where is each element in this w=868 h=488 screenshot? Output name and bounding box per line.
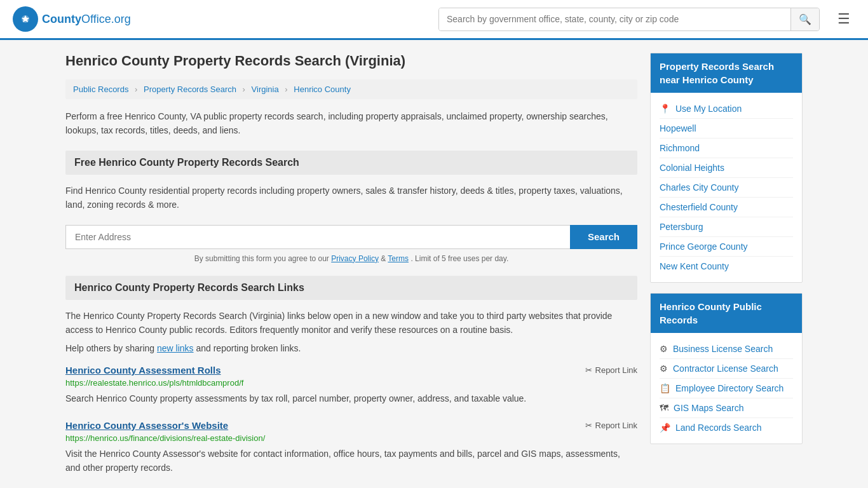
link-title-assessment-rolls[interactable]: Henrico County Assessment Rolls: [65, 365, 221, 376]
new-links-link[interactable]: new links: [157, 343, 194, 353]
link-url-assessor-website[interactable]: https://henrico.us/finance/divisions/rea…: [65, 433, 637, 443]
hamburger-menu-button[interactable]: ☰: [832, 8, 855, 30]
search-icon: 🔍: [799, 14, 811, 25]
sidebar-public-records-section: Henrico County Public Records ⚙ Business…: [650, 293, 803, 444]
free-search-heading: Free Henrico County Property Records Sea…: [65, 151, 637, 175]
link-title-assessor-website[interactable]: Henrico County Assessor's Website: [65, 420, 228, 431]
sidebar-item-contractor-license-search[interactable]: ⚙ Contractor License Search: [660, 359, 793, 379]
gear-icon: ⚙: [660, 363, 668, 374]
links-section: Henrico County Property Records Search L…: [65, 276, 637, 475]
logo-text: CountyOffice.org: [42, 13, 131, 26]
link-item: Henrico County Assessor's Website ✂ Repo…: [65, 420, 637, 475]
pin-icon: 📌: [660, 423, 670, 433]
link-desc-assessor-website: Visit the Henrico County Assessor's webs…: [65, 447, 637, 475]
global-search-bar: 🔍: [438, 8, 820, 31]
scissors-icon: ✂: [585, 365, 592, 375]
links-section-heading: Henrico County Property Records Search L…: [65, 276, 637, 300]
link-desc-assessment-rolls: Search Henrico County property assessmen…: [65, 391, 637, 405]
breadcrumb-property-records-search[interactable]: Property Records Search: [144, 85, 236, 94]
share-note: Help others by sharing new links and rep…: [65, 343, 637, 353]
terms-link[interactable]: Terms: [388, 254, 409, 263]
sidebar-item-chesterfield-county[interactable]: Chesterfield County: [660, 198, 793, 217]
address-search-button[interactable]: Search: [570, 225, 637, 249]
sidebar-public-records-heading: Henrico County Public Records: [651, 294, 802, 333]
map-icon: 🗺: [660, 403, 668, 413]
address-search-input[interactable]: [65, 225, 570, 249]
sidebar-nearby-body: 📍 Use My Location Hopewell Richmond Colo…: [651, 93, 802, 282]
logo[interactable]: CountyOffice.org: [13, 6, 131, 32]
global-search-button[interactable]: 🔍: [790, 8, 819, 30]
document-icon: 📋: [660, 383, 670, 393]
sidebar: Property Records Search near Henrico Cou…: [650, 53, 803, 488]
report-link-button[interactable]: ✂ Report Link: [585, 421, 637, 430]
sidebar-nearby-heading: Property Records Search near Henrico Cou…: [651, 53, 802, 93]
sidebar-item-colonial-heights[interactable]: Colonial Heights: [660, 158, 793, 178]
main-container: Henrico County Property Records Search (…: [53, 40, 815, 488]
link-url-assessment-rolls[interactable]: https://realestate.henrico.us/pls/htmldb…: [65, 378, 637, 388]
sidebar-item-prince-george-county[interactable]: Prince George County: [660, 237, 793, 257]
sidebar-item-business-license-search[interactable]: ⚙ Business License Search: [660, 339, 793, 359]
sidebar-item-land-records-search[interactable]: 📌 Land Records Search: [660, 418, 793, 437]
sidebar-item-petersburg[interactable]: Petersburg: [660, 217, 793, 237]
scissors-icon: ✂: [585, 421, 592, 430]
header: CountyOffice.org 🔍 ☰: [0, 0, 868, 40]
location-icon: 📍: [660, 104, 670, 114]
link-item: Henrico County Assessment Rolls ✂ Report…: [65, 365, 637, 405]
global-search-input[interactable]: [439, 8, 790, 30]
gear-icon: ⚙: [660, 344, 668, 354]
sidebar-item-use-my-location[interactable]: 📍 Use My Location: [660, 99, 793, 119]
links-section-description: The Henrico County Property Records Sear…: [65, 309, 637, 337]
privacy-policy-link[interactable]: Privacy Policy: [331, 254, 379, 263]
sidebar-public-records-body: ⚙ Business License Search ⚙ Contractor L…: [651, 333, 802, 444]
page-title: Henrico County Property Records Search (…: [65, 53, 637, 69]
sidebar-item-richmond[interactable]: Richmond: [660, 139, 793, 158]
sidebar-item-gis-maps-search[interactable]: 🗺 GIS Maps Search: [660, 398, 793, 418]
report-link-button[interactable]: ✂ Report Link: [585, 365, 637, 375]
form-note: By submitting this form you agree to our…: [65, 254, 637, 263]
breadcrumb-public-records[interactable]: Public Records: [73, 85, 128, 94]
sidebar-item-employee-directory-search[interactable]: 📋 Employee Directory Search: [660, 379, 793, 398]
sidebar-item-charles-city-county[interactable]: Charles City County: [660, 178, 793, 198]
use-my-location-link[interactable]: Use My Location: [675, 104, 742, 114]
sidebar-item-hopewell[interactable]: Hopewell: [660, 119, 793, 139]
sidebar-item-new-kent-county[interactable]: New Kent County: [660, 257, 793, 276]
breadcrumb: Public Records › Property Records Search…: [65, 79, 637, 99]
free-search-description: Find Henrico County residential property…: [65, 184, 637, 212]
content-area: Henrico County Property Records Search (…: [65, 53, 637, 488]
address-search-form: Search: [65, 225, 637, 249]
breadcrumb-henrico-county[interactable]: Henrico County: [294, 85, 351, 94]
breadcrumb-virginia[interactable]: Virginia: [252, 85, 279, 94]
page-description: Perform a free Henrico County, VA public…: [65, 109, 637, 138]
logo-icon: [13, 6, 38, 32]
hamburger-icon: ☰: [837, 11, 850, 27]
sidebar-nearby-section: Property Records Search near Henrico Cou…: [650, 53, 803, 283]
